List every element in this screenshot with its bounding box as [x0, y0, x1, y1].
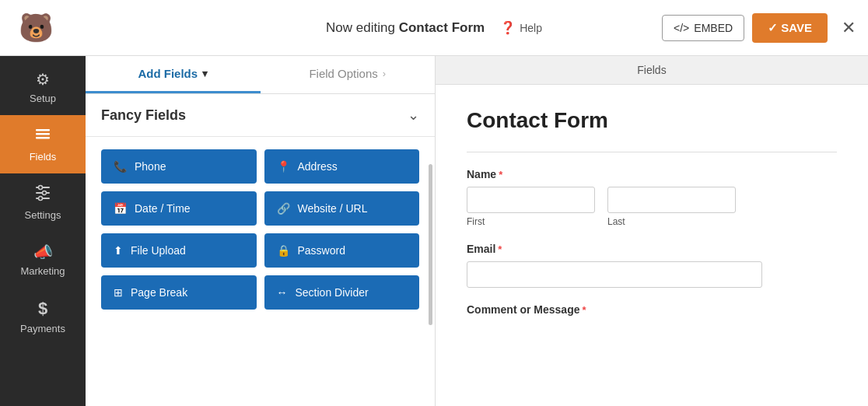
email-input[interactable]	[467, 261, 762, 288]
fields-grid: 📞 Phone 📍 Address 📅 Date / Time 🔗 Websit…	[86, 137, 435, 322]
link-icon: 🔗	[277, 202, 290, 215]
svg-point-11	[39, 197, 43, 201]
top-bar: 🐻 Now editing Contact Form ❓ Help </> EM…	[0, 0, 868, 56]
marketing-label: Marketing	[20, 265, 65, 277]
sidebar-item-setup[interactable]: ⚙ Setup	[0, 59, 86, 115]
panel-area: Add Fields ▾ Field Options › Fancy Field…	[86, 56, 436, 406]
form-name: Contact Form	[399, 20, 485, 35]
question-icon: ❓	[500, 20, 516, 35]
comment-required-star: *	[582, 304, 586, 316]
close-button[interactable]: ✕	[842, 18, 856, 38]
phone-label: Phone	[135, 160, 166, 173]
name-field: Name * First Last	[467, 168, 837, 227]
fields-icon	[34, 126, 51, 147]
svg-rect-2	[36, 137, 50, 139]
divider-icon: ↔	[277, 286, 288, 299]
section-divider-button[interactable]: ↔ Section Divider	[264, 275, 420, 310]
fancy-fields-collapse-icon[interactable]: ⌄	[408, 107, 419, 124]
editing-label: Now editing Contact Form	[326, 20, 485, 36]
fancy-fields-title: Fancy Fields	[101, 107, 186, 124]
first-label: First	[467, 216, 595, 227]
help-button[interactable]: ❓ Help	[500, 20, 542, 35]
first-name-wrap: First	[467, 187, 595, 227]
form-preview: Fields Contact Form Name * First Last	[436, 56, 868, 406]
website-url-label: Website / URL	[298, 202, 368, 215]
megaphone-icon: 📣	[33, 243, 53, 261]
add-fields-label: Add Fields	[138, 67, 198, 80]
name-required-star: *	[499, 169, 502, 180]
email-field: Email *	[467, 243, 837, 288]
sidebar-item-settings[interactable]: Settings	[0, 173, 86, 232]
page-break-icon: ⊞	[114, 286, 123, 299]
last-name-wrap: Last	[607, 187, 736, 227]
svg-point-9	[39, 186, 43, 190]
main-layout: ⚙ Setup Fields	[0, 56, 868, 406]
page-break-button[interactable]: ⊞ Page Break	[101, 275, 257, 310]
sidebar-item-fields[interactable]: Fields	[0, 115, 86, 173]
svg-rect-8	[42, 198, 50, 199]
help-label: Help	[520, 22, 542, 34]
page-break-label: Page Break	[131, 286, 187, 299]
chevron-right-icon: ›	[383, 68, 386, 79]
fields-tab-label: Fields	[436, 56, 868, 85]
address-icon: 📍	[277, 160, 290, 173]
top-bar-center: Now editing Contact Form ❓ Help	[326, 20, 542, 36]
section-divider-label: Section Divider	[296, 286, 369, 299]
panel-tabs: Add Fields ▾ Field Options ›	[86, 56, 435, 94]
date-time-button[interactable]: 📅 Date / Time	[101, 191, 257, 226]
email-required-star: *	[498, 243, 502, 255]
email-label: Email *	[467, 243, 837, 255]
settings-label: Settings	[25, 209, 61, 221]
side-nav: ⚙ Setup Fields	[0, 56, 86, 406]
editing-prefix: Now editing	[326, 20, 399, 35]
scrollbar[interactable]	[429, 164, 432, 326]
file-upload-label: File Upload	[131, 244, 186, 257]
payments-label: Payments	[20, 323, 65, 334]
embed-button[interactable]: </> EMBED	[662, 15, 744, 41]
fancy-fields-header: Fancy Fields ⌄	[86, 94, 435, 137]
name-inputs: First Last	[467, 187, 837, 227]
setup-label: Setup	[30, 93, 56, 104]
address-button[interactable]: 📍 Address	[264, 149, 420, 184]
settings-icon	[34, 184, 51, 205]
dollar-icon: $	[38, 299, 47, 319]
password-label: Password	[298, 244, 345, 257]
fields-label: Fields	[30, 151, 57, 163]
svg-rect-4	[42, 187, 50, 188]
comment-label: Comment or Message *	[467, 303, 837, 316]
form-divider	[467, 152, 837, 152]
close-icon: ✕	[842, 18, 856, 37]
svg-point-10	[43, 191, 47, 195]
tab-add-fields[interactable]: Add Fields ▾	[86, 56, 261, 93]
phone-icon: 📞	[114, 160, 127, 173]
tab-field-options[interactable]: Field Options ›	[261, 56, 436, 93]
svg-rect-1	[36, 133, 50, 135]
comment-field: Comment or Message *	[467, 303, 837, 316]
website-url-button[interactable]: 🔗 Website / URL	[264, 191, 420, 226]
sidebar-item-marketing[interactable]: 📣 Marketing	[0, 232, 86, 288]
field-options-label: Field Options	[309, 67, 377, 80]
save-button[interactable]: ✓ SAVE	[752, 13, 828, 43]
bear-logo-icon: 🐻	[19, 12, 54, 44]
last-name-input[interactable]	[607, 187, 736, 213]
chevron-down-icon: ▾	[202, 68, 208, 79]
form-content: Contact Form Name * First Last	[436, 85, 868, 406]
name-label: Name *	[467, 168, 837, 180]
file-upload-button[interactable]: ⬆ File Upload	[101, 233, 257, 268]
embed-label: EMBED	[694, 22, 733, 34]
code-icon: </>	[674, 22, 689, 34]
top-bar-actions: </> EMBED ✓ SAVE ✕	[662, 13, 856, 43]
gear-icon: ⚙	[36, 70, 50, 89]
phone-button[interactable]: 📞 Phone	[101, 149, 257, 184]
lock-icon: 🔒	[277, 244, 290, 257]
form-title: Contact Form	[467, 108, 837, 133]
upload-icon: ⬆	[114, 244, 123, 257]
sidebar-item-payments[interactable]: $ Payments	[0, 288, 86, 345]
address-label: Address	[298, 160, 338, 173]
date-time-label: Date / Time	[135, 202, 191, 215]
last-label: Last	[607, 216, 736, 227]
logo: 🐻	[12, 5, 59, 51]
calendar-icon: 📅	[114, 202, 127, 215]
first-name-input[interactable]	[467, 187, 595, 213]
password-button[interactable]: 🔒 Password	[264, 233, 420, 268]
